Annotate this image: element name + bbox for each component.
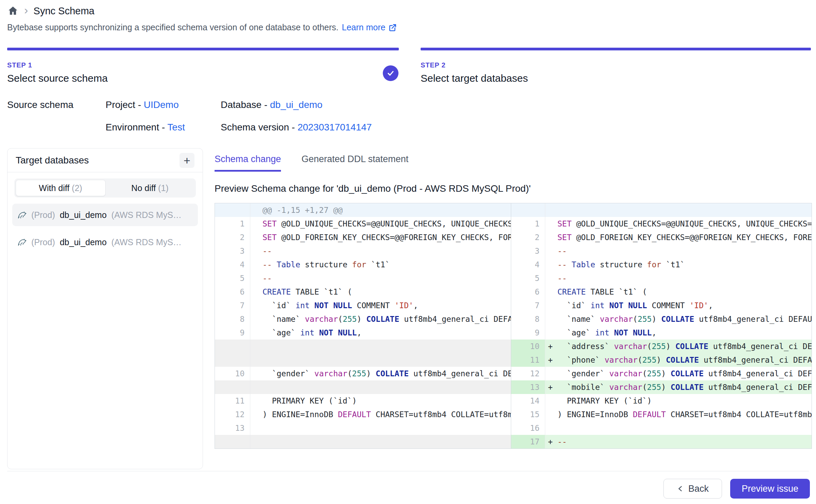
diff-code-right: -- — [545, 271, 812, 285]
diff-line-number-right: 3 — [511, 244, 545, 258]
code-token: int — [595, 328, 609, 337]
diff-line-number-left: 11 — [215, 394, 250, 408]
diff-row: 2 SET @OLD_FOREIGN_KEY_CHECKS=@@FOREIGN_… — [215, 231, 812, 244]
diff-code-left — [250, 435, 511, 448]
source-field-link[interactable]: db_ui_demo — [270, 99, 323, 110]
code-token: PRIMARY KEY (`id`) — [558, 396, 652, 405]
code-token: 'ID' — [689, 301, 708, 310]
diff-code-left: `age` int NOT NULL, — [250, 326, 511, 340]
diff-code-left — [250, 340, 511, 353]
add-target-database-button[interactable]: + — [179, 153, 194, 168]
tab-no-diff[interactable]: No diff (1) — [106, 180, 195, 196]
code-token: ) — [666, 342, 675, 351]
code-token: CHARSET=utf8mb4 COLLATE=utf8mb4_general_… — [371, 410, 511, 419]
page-title: Sync Schema — [33, 5, 94, 17]
diff-marker — [253, 424, 263, 432]
step1-check-badge — [383, 65, 398, 81]
code-token: @OLD_FOREIGN_KEY_CHECKS=@@FOREIGN_KEY_CH… — [571, 233, 812, 242]
code-token: @OLD_FOREIGN_KEY_CHECKS=@@FOREIGN_KEY_CH… — [277, 233, 511, 242]
diff-row: 10+ `address` varchar(255) COLLATE utf8m… — [215, 340, 812, 353]
source-field-link[interactable]: 20230317014147 — [298, 122, 372, 132]
diff-code-right: PRIMARY KEY (`id`) — [545, 394, 812, 408]
target-database-item[interactable]: (Prod)db_ui_demo(AWS RDS MyS… — [12, 231, 198, 253]
diff-line-number-right: 7 — [511, 299, 545, 312]
diff-line-number-left — [215, 353, 250, 367]
code-token: TABLE `t1` ( — [291, 287, 352, 296]
back-button-label: Back — [688, 484, 709, 494]
code-token: varchar — [314, 369, 347, 378]
diff-line-number-left: 12 — [215, 408, 250, 421]
target-database-item[interactable]: (Prod)db_ui_demo(AWS RDS MyS… — [12, 204, 198, 226]
db-environment: (Prod) — [31, 237, 55, 247]
code-token: varchar — [600, 315, 633, 324]
diff-row: 13+ `mobile` varchar(255) COLLATE utf8mb… — [215, 380, 812, 394]
tab-label: No diff — [131, 183, 158, 193]
chevron-right-icon: › — [24, 4, 28, 18]
code-token: for — [647, 260, 661, 269]
code-token: 255 — [647, 369, 661, 378]
diff-marker — [253, 301, 263, 310]
diff-marker — [253, 274, 263, 283]
diff-line-number-right: 12 — [511, 367, 545, 380]
diff-row: 13 16 — [215, 421, 812, 435]
code-token: CHARSET=utf8mb4 COLLATE=utf8mb4_general_… — [666, 410, 812, 419]
diff-code-right: `id` int NOT NULL COMMENT 'ID', — [545, 299, 812, 312]
back-button[interactable]: Back — [663, 479, 722, 499]
diff-row: 8 `name` varchar(255) COLLATE utf8mb4_ge… — [215, 312, 812, 326]
learn-more-link[interactable]: Learn more — [342, 22, 397, 32]
plus-icon: + — [184, 155, 190, 166]
code-token: utf8mb4_general_ci DEFAULT NULL, — [409, 369, 511, 378]
code-token: , — [708, 301, 713, 310]
diff-row: 6 CREATE TABLE `t1` (6 CREATE TABLE `t1`… — [215, 285, 812, 299]
code-token: utf8mb4_general_ci DEFAULT NULL, — [704, 383, 812, 392]
diff-code-right: `gender` varchar(255) COLLATE utf8mb4_ge… — [545, 367, 812, 380]
source-field-link[interactable]: Test — [168, 122, 185, 132]
code-token: -- — [263, 274, 272, 283]
code-token: `address` — [558, 342, 614, 351]
source-field-link[interactable]: UIDemo — [144, 99, 179, 110]
diff-marker — [548, 233, 558, 242]
footer-divider — [7, 471, 809, 471]
mysql-icon — [17, 237, 28, 248]
diff-marker — [548, 260, 558, 269]
diff-code-right: `age` int NOT NULL, — [545, 326, 812, 340]
code-token: SET — [558, 233, 572, 242]
code-token: ) — [366, 369, 376, 378]
home-icon[interactable] — [7, 5, 19, 17]
tab-count: (1) — [158, 183, 169, 193]
diff-row: 11 PRIMARY KEY (`id`)14 PRIMARY KEY (`id… — [215, 394, 812, 408]
code-token: ) — [357, 315, 366, 324]
diff-code-right: + `address` varchar(255) COLLATE utf8mb4… — [545, 340, 812, 353]
code-token: varchar — [605, 356, 638, 364]
diff-code-left: CREATE TABLE `t1` ( — [250, 285, 511, 299]
code-token: `id` — [263, 301, 296, 310]
diff-row: 10 `gender` varchar(255) COLLATE utf8mb4… — [215, 367, 812, 380]
source-field-20230317014147: Schema version - 20230317014147 — [221, 122, 372, 133]
tab-generated-ddl-statement[interactable]: Generated DDL statement — [301, 154, 408, 172]
source-schema-label: Source schema — [7, 99, 74, 110]
code-token: ( — [338, 315, 343, 324]
code-token: `t1` — [661, 260, 685, 269]
code-token: COLLATE — [376, 369, 409, 378]
diff-line-number-left — [215, 435, 250, 448]
code-token: -- — [263, 260, 272, 269]
diff-row: @@ -1,15 +1,27 @@ — [215, 203, 812, 217]
code-token: ) — [657, 356, 666, 364]
tab-with-diff[interactable]: With diff (2) — [16, 180, 106, 196]
code-token: 255 — [652, 342, 666, 351]
preview-issue-button[interactable]: Preview issue — [730, 479, 810, 499]
schema-diff-viewer[interactable]: @@ -1,15 +1,27 @@ 1 SET @OLD_UNIQUE_CHEC… — [215, 203, 812, 449]
diff-marker — [253, 369, 263, 378]
code-token: COLLATE — [366, 315, 399, 324]
diff-code-left: -- Table structure for `t1` — [250, 258, 511, 271]
breadcrumb: › Sync Schema — [7, 4, 94, 18]
tab-schema-change[interactable]: Schema change — [215, 154, 281, 172]
code-token: PRIMARY KEY (`id`) — [263, 396, 357, 405]
db-instance: (AWS RDS MyS… — [111, 210, 182, 220]
db-instance: (AWS RDS MyS… — [111, 237, 182, 247]
diff-code-left: `name` varchar(255) COLLATE utf8mb4_gene… — [250, 312, 511, 326]
target-panel-header: Target databases + — [7, 148, 203, 172]
diff-marker — [548, 369, 558, 378]
code-token: NOT NULL — [609, 301, 647, 310]
code-token: -- — [558, 274, 567, 283]
